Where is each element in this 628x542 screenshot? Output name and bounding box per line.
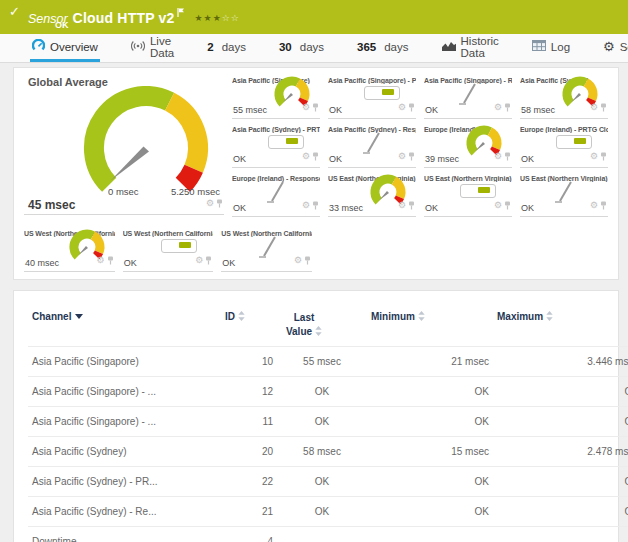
tab-historic-data[interactable]: Historic Data xyxy=(440,34,501,62)
cell-id: 22 xyxy=(221,467,277,497)
tab-2-days[interactable]: 2days xyxy=(205,34,248,62)
pin-icon[interactable] xyxy=(205,251,212,269)
pin-icon[interactable] xyxy=(312,147,319,165)
cell-id: -4 xyxy=(221,527,277,542)
column-header-maximum[interactable]: Maximum xyxy=(493,307,628,347)
cell-maximum: OK xyxy=(493,467,628,497)
needle-gauge xyxy=(360,129,376,155)
gauge-cell[interactable]: Asia Pacific (Singapore) - PR... OK ⚙ xyxy=(328,70,416,119)
pin-icon[interactable] xyxy=(408,147,415,165)
gauge-value: 45 msec xyxy=(28,198,75,212)
pin-icon[interactable] xyxy=(312,196,319,214)
pin-icon[interactable] xyxy=(216,194,223,212)
empty-cell xyxy=(419,223,510,271)
pin-icon[interactable] xyxy=(304,251,311,269)
cell-minimum: OK xyxy=(367,407,493,437)
channel-gear-icon[interactable]: ⚙ xyxy=(398,103,406,112)
table-row: Asia Pacific (Sydney) - PR...22OKOKOK xyxy=(28,467,628,497)
channel-gear-icon[interactable]: ⚙ xyxy=(97,256,105,265)
pin-icon[interactable] xyxy=(107,251,114,269)
channel-gear-icon[interactable]: ⚙ xyxy=(494,152,502,161)
gauge-cell[interactable]: Europe (Ireland) - PRTG Cloud... OK ⚙ xyxy=(520,119,608,168)
cell-minimum: OK xyxy=(367,467,493,497)
column-header-id[interactable]: ID xyxy=(221,307,277,347)
cell-channel: Asia Pacific (Singapore) - ... xyxy=(28,377,221,407)
pin-icon[interactable] xyxy=(312,98,319,116)
gauge-cell[interactable]: Asia Pacific (Sydney) - Respo... OK ⚙ xyxy=(328,119,416,168)
gauge-cell[interactable]: US West (Northern California)... OK ⚙ xyxy=(123,223,214,272)
empty-cell xyxy=(517,223,608,271)
cell-last-value xyxy=(277,527,367,542)
lookup-bar xyxy=(268,135,304,149)
pin-icon[interactable] xyxy=(408,98,415,116)
pin-icon[interactable] xyxy=(600,196,607,214)
flag-icon[interactable] xyxy=(177,3,185,20)
cell-minimum xyxy=(367,527,493,542)
column-header-channel[interactable]: Channel xyxy=(28,307,221,347)
cell-minimum: 15 msec xyxy=(367,437,493,467)
gauge-cell[interactable]: Europe (Ireland) 39 msec ⚙ xyxy=(424,119,512,168)
channel-gear-icon[interactable]: ⚙ xyxy=(590,201,598,210)
channel-gear-icon[interactable]: ⚙ xyxy=(294,256,302,265)
tab-365-days[interactable]: 365days xyxy=(355,34,410,62)
cell-id: 21 xyxy=(221,497,277,527)
gauge-cell[interactable]: Asia Pacific (Singapore) 55 msec ⚙ xyxy=(232,70,320,119)
gauge-cell[interactable]: US East (Northern Virginia) - ... OK ⚙ xyxy=(424,168,512,217)
table-row: Asia Pacific (Sydney)2058 msec15 msec2.4… xyxy=(28,437,628,467)
pin-icon[interactable] xyxy=(504,98,511,116)
channel-gear-icon[interactable]: ⚙ xyxy=(398,152,406,161)
tab-30-days[interactable]: 30days xyxy=(277,34,326,62)
table-row: Asia Pacific (Singapore) - ...11OKOKOK xyxy=(28,407,628,437)
gauge-cell[interactable]: Asia Pacific (Sydney) 58 msec ⚙ xyxy=(520,70,608,119)
lookup-bar xyxy=(556,135,592,149)
channel-table-panel: Channel ID Last Value Minimum Maximum As… xyxy=(13,290,619,542)
gauge-cell[interactable]: US West (Northern California)... OK ⚙ xyxy=(221,223,312,272)
channel-gear-icon[interactable]: ⚙ xyxy=(302,152,310,161)
gauge-cell[interactable]: Asia Pacific (Sydney) - PRTG ... OK ⚙ xyxy=(232,119,320,168)
channel-gear-icon[interactable]: ⚙ xyxy=(494,201,502,210)
pin-icon[interactable] xyxy=(504,196,511,214)
table-row: Asia Pacific (Singapore)1055 msec21 msec… xyxy=(28,347,628,377)
pin-icon[interactable] xyxy=(600,147,607,165)
cell-channel: Asia Pacific (Singapore) xyxy=(28,347,221,377)
tab-overview[interactable]: Overview xyxy=(30,34,100,62)
cell-channel: Asia Pacific (Singapore) - ... xyxy=(28,407,221,437)
channel-gauge-grid-bottom: US West (Northern California) 40 msec ⚙ … xyxy=(20,223,612,272)
channel-gear-icon[interactable]: ⚙ xyxy=(206,199,214,208)
gauge-cell[interactable]: Europe (Ireland) - Response C... OK ⚙ xyxy=(232,168,320,217)
gauge-cell[interactable]: US West (Northern California) 40 msec ⚙ xyxy=(24,223,115,272)
column-header-minimum[interactable]: Minimum xyxy=(367,307,493,347)
priority-stars[interactable]: ★★★☆☆ xyxy=(195,13,240,23)
needle-gauge xyxy=(264,178,280,204)
channel-gear-icon[interactable]: ⚙ xyxy=(398,201,406,210)
lookup-bar xyxy=(460,184,496,198)
pin-icon[interactable] xyxy=(504,147,511,165)
tab-settings[interactable]: ⚙ Settings xyxy=(601,34,628,62)
tab-log[interactable]: Log xyxy=(530,34,572,62)
sort-icon xyxy=(546,311,553,321)
gauge-cell[interactable]: US East (Northern Virginia) 33 msec ⚙ xyxy=(328,168,416,217)
column-header-last-value[interactable]: Last Value xyxy=(277,307,367,347)
status-ok-check-icon: ✓ xyxy=(9,4,20,19)
pin-icon[interactable] xyxy=(600,98,607,116)
cell-last-value: OK xyxy=(277,377,367,407)
pin-icon[interactable] xyxy=(408,196,415,214)
gauge-cell[interactable]: Asia Pacific (Singapore) - Res... OK ⚙ xyxy=(424,70,512,119)
log-table-icon xyxy=(532,40,546,53)
tab-bar: Overview Live Data 2days 30days 365days … xyxy=(0,34,628,63)
tab-live-data[interactable]: Live Data xyxy=(129,34,176,62)
lookup-bar xyxy=(364,86,400,100)
needle-gauge xyxy=(552,178,568,204)
channel-gear-icon[interactable]: ⚙ xyxy=(302,103,310,112)
gauge-cell-global-average[interactable]: Global Average 0 msec 5.250 msec 45 msec… xyxy=(24,70,224,215)
channel-gear-icon[interactable]: ⚙ xyxy=(590,103,598,112)
channel-gear-icon[interactable]: ⚙ xyxy=(590,152,598,161)
channel-gear-icon[interactable]: ⚙ xyxy=(494,103,502,112)
cell-id: 20 xyxy=(221,437,277,467)
chart-icon xyxy=(442,40,456,53)
channel-table: Channel ID Last Value Minimum Maximum As… xyxy=(28,307,628,542)
channel-gear-icon[interactable]: ⚙ xyxy=(195,256,203,265)
channel-gear-icon[interactable]: ⚙ xyxy=(302,201,310,210)
gauge-cell[interactable]: US East (Northern Virginia) - ... OK ⚙ xyxy=(520,168,608,217)
sort-icon xyxy=(238,311,245,321)
